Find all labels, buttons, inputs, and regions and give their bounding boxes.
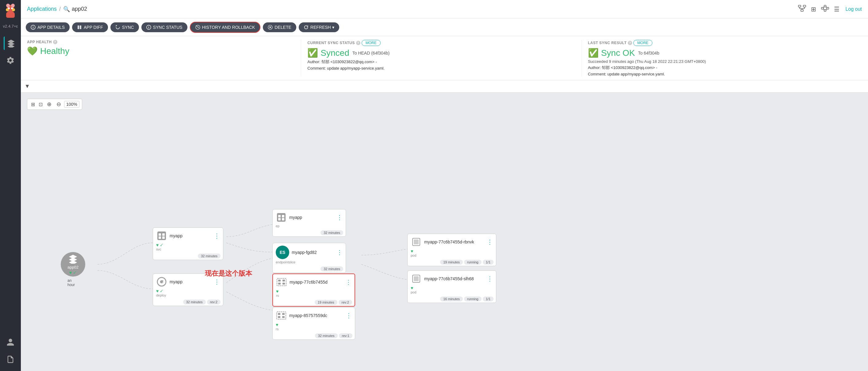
ep-menu-icon[interactable]: ⋮ bbox=[337, 214, 343, 221]
rs1-header: myapp-77c6b7455d ⋮ bbox=[273, 274, 354, 289]
svc-title: myapp bbox=[169, 233, 211, 238]
last-sync-value: ✅ Sync OK bbox=[588, 48, 635, 58]
deploy-menu-icon[interactable]: ⋮ bbox=[214, 278, 220, 285]
endpointslice-time-tag: 32 minutes bbox=[320, 267, 343, 271]
last-sync-label: LAST SYNC RESULT ? MORE bbox=[588, 40, 856, 46]
graph-connectors bbox=[21, 93, 868, 371]
pod1-footer: 19 minutes running 1/1 bbox=[408, 258, 496, 266]
svg-rect-36 bbox=[162, 233, 165, 236]
breadcrumb-applications[interactable]: Applications bbox=[27, 6, 57, 12]
tree-view-icon[interactable] bbox=[797, 4, 807, 14]
current-sync-author: Author: 邹部 <1030923822@qq.com> - bbox=[307, 59, 575, 65]
pod2-menu-icon[interactable]: ⋮ bbox=[487, 275, 493, 282]
current-sync-label: CURRENT SYNC STATUS ? MORE bbox=[307, 40, 575, 46]
zoom-in-button[interactable]: ⊕ bbox=[45, 100, 53, 108]
svc-heart-icon: ♥ bbox=[156, 243, 159, 247]
svg-rect-16 bbox=[822, 7, 823, 9]
breadcrumb-search: 🔍 app02 bbox=[63, 6, 87, 12]
svg-rect-43 bbox=[282, 218, 284, 220]
topbar: Applications / 🔍 app02 bbox=[21, 0, 868, 19]
root-circle[interactable]: app02 ♥ ✓ bbox=[61, 252, 85, 277]
filter-icon[interactable]: ▼ bbox=[25, 83, 30, 90]
rs1-time-tag: 19 minutes bbox=[315, 300, 337, 305]
svg-text:i: i bbox=[33, 26, 34, 29]
pod1-icon bbox=[411, 237, 422, 247]
endpointslice-menu-icon[interactable]: ⋮ bbox=[337, 249, 343, 256]
endpointslice-header: ES myapp-fgd82 ⋮ bbox=[273, 243, 346, 260]
endpointslice-node[interactable]: ES myapp-fgd82 ⋮ endpointslice 32 minute… bbox=[272, 243, 346, 273]
rs2-rev-tag: rev:1 bbox=[339, 333, 352, 338]
svg-rect-42 bbox=[278, 218, 281, 220]
svg-point-8 bbox=[11, 7, 13, 9]
fit-icon[interactable]: ⊞ bbox=[30, 101, 36, 108]
pod1-time-tag: 19 minutes bbox=[440, 260, 463, 265]
sync-button[interactable]: SYNC bbox=[111, 22, 139, 32]
root-title: app02 bbox=[67, 265, 79, 270]
app-health-value: 💚 Healthy bbox=[27, 46, 295, 56]
rs1-type: rs bbox=[273, 294, 354, 299]
canvas-area: ⊞ ⊡ ⊕ ⊖ 100% bbox=[21, 93, 868, 371]
sidebar-item-docs[interactable] bbox=[4, 352, 17, 366]
sidebar: v2.4.7+ε bbox=[0, 0, 21, 371]
svc-menu-icon[interactable]: ⋮ bbox=[214, 232, 220, 240]
svg-rect-38 bbox=[162, 237, 165, 239]
app-diff-button[interactable]: APP DIFF bbox=[72, 22, 108, 32]
pod2-heart-icon: ♥ bbox=[411, 285, 413, 290]
svg-line-20 bbox=[823, 6, 824, 8]
current-sync-row: ✅ Synced To HEAD (64f304b) bbox=[307, 48, 575, 58]
last-sync-more-button[interactable]: MORE bbox=[633, 40, 652, 46]
pod2-node[interactable]: myapp-77c6b7455d-slh68 ⋮ ♥ pod 16 minute… bbox=[407, 271, 496, 303]
sync-status-button[interactable]: i SYNC STATUS bbox=[142, 22, 187, 32]
sidebar-item-layers[interactable] bbox=[4, 36, 17, 50]
rs1-node[interactable]: myapp-77c6b7455d ⋮ ♥ rs 19 minutes rev:2 bbox=[272, 274, 355, 307]
pod2-badges: ♥ bbox=[408, 285, 496, 290]
sidebar-item-user[interactable] bbox=[4, 335, 17, 349]
health-heart-icon: 💚 bbox=[27, 46, 38, 56]
svg-rect-26 bbox=[78, 26, 79, 29]
logout-button[interactable]: Log out bbox=[846, 6, 862, 12]
svc-node[interactable]: myapp ⋮ ♥ ✓ svc 32 minutes bbox=[153, 227, 223, 260]
endpointslice-icon: ES bbox=[276, 246, 289, 259]
svg-rect-9 bbox=[798, 5, 801, 7]
rs2-node[interactable]: myapp-85757559dc ⋮ ♥ rs 32 minutes rev:1 bbox=[272, 307, 355, 340]
rs2-time-tag: 32 minutes bbox=[315, 333, 338, 338]
svg-point-1 bbox=[6, 4, 10, 7]
svc-node-header: myapp ⋮ bbox=[153, 228, 223, 243]
expand-icon[interactable]: ⊡ bbox=[37, 101, 44, 108]
zoom-out-button[interactable]: ⊖ bbox=[55, 100, 63, 108]
svg-rect-59 bbox=[414, 276, 418, 281]
ep-node-header: myapp ⋮ bbox=[273, 209, 346, 224]
last-sync-author: Author: 邹部 <1030923822@qq.com> - bbox=[588, 65, 856, 70]
current-sync-more-button[interactable]: MORE bbox=[362, 40, 381, 46]
delete-button[interactable]: DELETE bbox=[263, 22, 296, 32]
endpointslice-type: endpointslice bbox=[273, 260, 346, 265]
rs2-menu-icon[interactable]: ⋮ bbox=[346, 312, 352, 319]
deploy-type: deploy bbox=[153, 293, 223, 298]
pod1-type: pod bbox=[408, 254, 496, 258]
rs1-menu-icon[interactable]: ⋮ bbox=[345, 278, 351, 286]
svg-rect-19 bbox=[827, 7, 829, 9]
pod2-status-tag: running bbox=[464, 297, 482, 301]
zoom-value[interactable]: 100% bbox=[64, 101, 80, 107]
pod2-footer: 16 minutes running 1/1 bbox=[408, 295, 496, 303]
deploy-node[interactable]: myapp ⋮ ♥ ✓ deploy 32 minutes rev:2 bbox=[153, 274, 223, 306]
pod1-node[interactable]: myapp-77c6b7455d-rbnvk ⋮ ♥ pod 19 minute… bbox=[407, 234, 496, 266]
ep-time-tag: 32 minutes bbox=[320, 230, 343, 235]
toolbar: i APP DETAILS APP DIFF SYNC i SYNC STATU… bbox=[21, 19, 868, 36]
ep-icon bbox=[276, 212, 287, 223]
svg-rect-41 bbox=[282, 215, 284, 217]
pod1-menu-icon[interactable]: ⋮ bbox=[487, 238, 493, 246]
history-rollback-button[interactable]: HISTORY AND ROLLBACK bbox=[190, 22, 261, 33]
pod1-heart-icon: ♥ bbox=[411, 249, 413, 254]
rs1-heart-icon: ♥ bbox=[276, 289, 279, 294]
pod2-header: myapp-77c6b7455d-slh68 ⋮ bbox=[408, 271, 496, 285]
svg-rect-54 bbox=[278, 316, 280, 318]
sidebar-item-settings[interactable] bbox=[4, 54, 17, 67]
ep-node[interactable]: myapp ⋮ ep 32 minutes bbox=[272, 209, 346, 237]
network-view-icon[interactable] bbox=[820, 4, 830, 14]
refresh-button[interactable]: REFRESH ▾ bbox=[299, 22, 339, 32]
ep-footer: 32 minutes bbox=[273, 229, 346, 237]
app-details-button[interactable]: i APP DETAILS bbox=[26, 22, 70, 32]
list-view-icon[interactable]: ☰ bbox=[833, 4, 841, 14]
grid-view-icon[interactable]: ⊞ bbox=[810, 4, 817, 14]
